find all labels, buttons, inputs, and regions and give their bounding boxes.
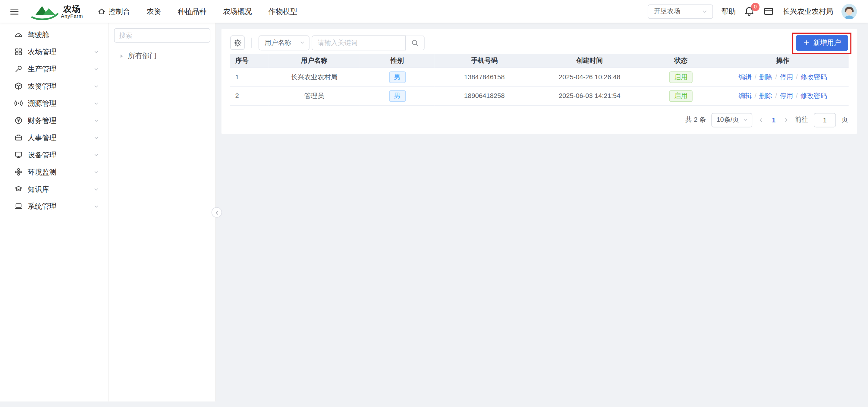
logo-text-en: AnyFarm — [61, 13, 83, 19]
page-size-value: 10条/页 — [716, 115, 739, 125]
chevron-down-icon — [93, 168, 100, 175]
chevron-left-icon — [758, 117, 765, 123]
user-avatar[interactable] — [841, 4, 857, 19]
add-user-button[interactable]: 新增用户 — [796, 35, 848, 51]
page-size-select[interactable]: 10条/页 — [712, 113, 752, 127]
table-settings-button[interactable] — [230, 36, 245, 50]
signal-icon — [14, 99, 23, 107]
sidebar-item-production-management[interactable]: 生产管理 — [0, 60, 108, 77]
change-password-link[interactable]: 修改密码 — [801, 73, 827, 81]
edit-link[interactable]: 编辑 — [738, 73, 752, 81]
nav-crop-model-label: 作物模型 — [269, 6, 298, 16]
nav-crop-model[interactable]: 作物模型 — [269, 6, 298, 16]
chevron-down-icon — [93, 186, 100, 192]
topbar: 农场 AnyFarm 控制台 农资 种植品种 农场概况 作物模型 — [0, 0, 868, 23]
sidebar-item-farm-management[interactable]: 农场管理 — [0, 43, 108, 60]
delete-link[interactable]: 删除 — [759, 92, 772, 99]
home-icon — [97, 7, 106, 16]
sidebar-item-equipment-management[interactable]: 设备管理 — [0, 146, 108, 163]
tree-node-label: 所有部门 — [128, 51, 157, 61]
farm-select[interactable]: 开垦农场 — [648, 4, 713, 19]
sidebar-item-system-management[interactable]: 系统管理 — [0, 198, 108, 215]
sidebar-item-cockpit[interactable]: 驾驶舱 — [0, 26, 108, 43]
chevron-down-icon — [93, 83, 100, 90]
table-row: 1 长兴农业农村局 男 13847846158 2025-04-26 10:26… — [230, 67, 848, 86]
cell-actions: 编辑/删除/停用/修改密码 — [717, 67, 849, 86]
status-badge: 启用 — [670, 90, 692, 102]
nav-console[interactable]: 控制台 — [97, 6, 130, 16]
change-password-link[interactable]: 修改密码 — [801, 92, 827, 99]
cell-index: 2 — [230, 87, 269, 105]
logo-mountains-icon — [30, 2, 59, 20]
menu-toggle-button[interactable] — [8, 5, 21, 18]
search-button[interactable] — [406, 35, 424, 50]
cell-status: 启用 — [645, 67, 717, 86]
help-link[interactable]: 帮助 — [721, 6, 736, 16]
sidebar-item-label: 系统管理 — [28, 201, 93, 211]
add-user-label: 新增用户 — [813, 38, 841, 47]
chevron-down-icon — [93, 100, 100, 107]
cell-status: 启用 — [645, 87, 717, 105]
app-logo: 农场 AnyFarm — [30, 2, 83, 20]
delete-link[interactable]: 删除 — [759, 73, 772, 81]
gender-badge: 男 — [389, 71, 405, 83]
page-unit-label: 页 — [841, 115, 848, 125]
disable-link[interactable]: 停用 — [780, 73, 793, 81]
chevron-down-icon — [93, 49, 100, 55]
topbar-right: 开垦农场 帮助 0 长兴农业农村局 — [648, 4, 857, 19]
nav-console-label: 控制台 — [108, 6, 130, 16]
cell-created: 2025-04-26 10:26:48 — [534, 67, 645, 86]
chevron-down-icon — [743, 117, 749, 123]
caret-right-icon — [119, 53, 124, 59]
sidebar-item-hr-management[interactable]: 人事管理 — [0, 129, 108, 146]
col-header-gender: 性别 — [360, 54, 435, 67]
page-number-current[interactable]: 1 — [770, 116, 777, 124]
user-table: 序号 用户名称 性别 手机号码 创建时间 状态 操作 1 长兴农业农村局 男 1… — [230, 54, 848, 105]
sidebar-item-traceability-management[interactable]: 溯源管理 — [0, 95, 108, 112]
sidebar-item-label: 生产管理 — [28, 64, 93, 74]
toolbar-divider — [251, 38, 252, 48]
sidebar-item-label: 环境监测 — [28, 167, 93, 177]
keyword-input[interactable] — [312, 35, 406, 50]
sidebar-item-knowledge-base[interactable]: 知识库 — [0, 181, 108, 198]
nav-agri-supplies[interactable]: 农资 — [147, 6, 161, 16]
prev-page-button[interactable] — [758, 117, 765, 123]
chevron-down-icon — [701, 8, 708, 15]
monitor-icon — [14, 151, 23, 159]
nav-farm-overview[interactable]: 农场概况 — [223, 6, 252, 16]
disable-link[interactable]: 停用 — [780, 92, 793, 99]
edit-link[interactable]: 编辑 — [738, 92, 752, 99]
next-page-button[interactable] — [783, 117, 789, 123]
panel-collapse-handle[interactable] — [212, 207, 222, 218]
cell-actions: 编辑/删除/停用/修改密码 — [717, 87, 849, 105]
action-separator: / — [796, 92, 798, 99]
coin-icon — [14, 116, 23, 125]
sidebar-item-environment-monitoring[interactable]: 环境监测 — [0, 163, 108, 181]
current-user-name[interactable]: 长兴农业农村局 — [783, 6, 833, 16]
sidebar-item-label: 农资管理 — [28, 81, 93, 91]
filter-field-select[interactable]: 用户名称 — [258, 35, 310, 50]
nav-planting-varieties[interactable]: 种植品种 — [178, 6, 207, 16]
department-search-input[interactable] — [114, 28, 210, 43]
top-nav: 控制台 农资 种植品种 农场概况 作物模型 — [97, 6, 297, 16]
sidebar-item-supplies-management[interactable]: 农资管理 — [0, 77, 108, 95]
chevron-left-icon — [213, 209, 220, 216]
pagination: 共 2 条 10条/页 1 前往 页 — [230, 113, 848, 127]
action-separator: / — [775, 92, 777, 99]
sidebar-item-label: 人事管理 — [28, 133, 93, 143]
action-separator: / — [754, 73, 756, 81]
chevron-down-icon — [299, 39, 306, 46]
dashboard-icon — [14, 30, 23, 39]
notification-badge: 0 — [751, 2, 760, 11]
nav-agri-supplies-label: 农资 — [147, 6, 161, 16]
workbench-button[interactable] — [764, 6, 775, 17]
chevron-down-icon — [93, 203, 100, 210]
table-header-row: 序号 用户名称 性别 手机号码 创建时间 状态 操作 — [230, 54, 848, 67]
goto-page-input[interactable] — [814, 113, 836, 127]
cell-name: 长兴农业农村局 — [269, 67, 360, 86]
cell-index: 1 — [230, 67, 269, 86]
sidebar-item-finance-management[interactable]: 财务管理 — [0, 112, 108, 129]
gear-icon — [233, 39, 242, 47]
notifications-button[interactable]: 0 — [744, 6, 755, 17]
tree-node-all-departments[interactable]: 所有部门 — [114, 51, 210, 61]
